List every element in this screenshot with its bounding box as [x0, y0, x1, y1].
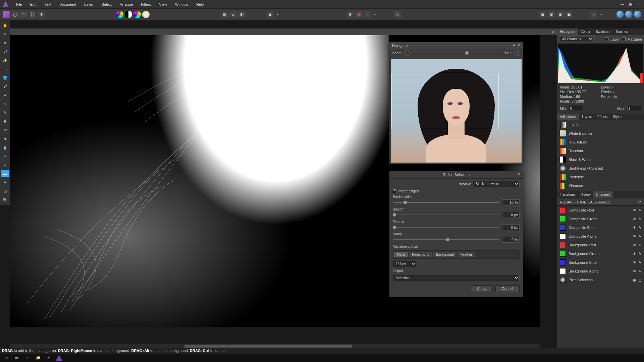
dialog-close-icon[interactable]: ✕: [517, 172, 520, 177]
snap-toggle-icon[interactable]: ⟐: [364, 11, 371, 18]
smooth-slider[interactable]: [393, 215, 499, 215]
arrange-front-icon[interactable]: ▣: [565, 11, 573, 18]
perspective-tool-icon[interactable]: ⊞: [1, 187, 9, 195]
visibility-icon[interactable]: 👁: [633, 243, 636, 247]
heal-tool-icon[interactable]: ⊕: [1, 100, 9, 108]
close-button[interactable]: ✕: [637, 2, 640, 6]
edit-icon[interactable]: ✎: [638, 208, 641, 213]
tab-layers[interactable]: Layers: [579, 114, 595, 120]
apply-button[interactable]: Apply: [471, 285, 493, 292]
menu-file[interactable]: File: [12, 1, 26, 8]
swatch-spectrum-icon[interactable]: [116, 11, 123, 18]
blur-tool-icon[interactable]: ◉: [1, 118, 9, 125]
swatch-hue-icon[interactable]: [133, 11, 141, 18]
maximize-button[interactable]: ▣: [629, 2, 632, 6]
persona-tone-icon[interactable]: ┆┆: [29, 11, 36, 18]
channel-row[interactable]: Background Alpha👁✎: [557, 267, 644, 276]
visibility-icon[interactable]: 👁: [633, 226, 636, 230]
sphere-3-icon[interactable]: [634, 11, 641, 18]
redeye-tool-icon[interactable]: 👁: [1, 126, 9, 134]
quickmask-icon[interactable]: ◼: [266, 11, 274, 18]
channel-row[interactable]: Composite Red👁✎: [557, 206, 644, 215]
cancel-button[interactable]: Cancel: [495, 285, 520, 292]
channel-row[interactable]: Background Blue👁✎: [557, 258, 644, 267]
dropdown-icon[interactable]: ▼: [276, 13, 279, 16]
brush-mode-background[interactable]: Background: [433, 252, 457, 257]
visibility-icon[interactable]: 👁: [633, 269, 636, 274]
zoom-tool-icon[interactable]: 🔍: [1, 196, 9, 203]
channel-select[interactable]: All Channels: [559, 36, 594, 42]
visibility-icon[interactable]: 👁: [633, 260, 636, 265]
feather-slider[interactable]: [393, 227, 499, 228]
tab-adjustment[interactable]: Adjustment: [557, 114, 579, 120]
panel-menu-icon[interactable]: ≡: [513, 43, 515, 48]
border-width-value[interactable]: 10 %: [502, 199, 520, 205]
edit-icon[interactable]: ✎: [638, 234, 641, 239]
link-icon[interactable]: ◻: [638, 278, 641, 282]
border-width-slider[interactable]: [393, 202, 499, 203]
tab-histogram[interactable]: Histogram: [557, 28, 578, 35]
tab-brushes[interactable]: Brushes: [613, 28, 631, 35]
tab-effects[interactable]: Effects: [595, 114, 610, 120]
adjustment-vibrance[interactable]: Vibrance: [557, 181, 644, 190]
menu-arrange[interactable]: Arrange: [116, 1, 137, 8]
tab-history[interactable]: History: [578, 191, 593, 198]
swatch-greyscale-icon[interactable]: [125, 11, 132, 18]
tab-styles[interactable]: Styles: [610, 114, 625, 120]
feather-value[interactable]: 0 px: [502, 224, 520, 230]
edge-icon[interactable]: e: [23, 355, 32, 361]
edit-icon[interactable]: ✎: [638, 226, 641, 230]
marquee-tool-icon[interactable]: ▭: [1, 65, 9, 73]
align-icon[interactable]: ≡: [590, 11, 597, 18]
sphere-1-icon[interactable]: [616, 11, 624, 18]
tab-transform[interactable]: Transform: [557, 191, 578, 198]
menu-edit[interactable]: Edit: [26, 1, 41, 8]
menu-text[interactable]: Text: [41, 1, 55, 8]
canvas[interactable]: [10, 35, 389, 327]
selection-clear-icon[interactable]: ⧄: [229, 11, 237, 18]
adjustment-levels[interactable]: Levels: [557, 120, 644, 129]
app-home-icon[interactable]: [3, 11, 10, 18]
menu-view[interactable]: View: [155, 1, 171, 8]
persona-develop-icon[interactable]: ⬚: [20, 11, 28, 18]
edit-icon[interactable]: ✎: [638, 252, 641, 256]
reload-icon[interactable]: ⟳: [638, 200, 641, 204]
pen-tool-icon[interactable]: ✒: [1, 92, 9, 99]
mesh-tool-icon[interactable]: ⬗: [1, 135, 9, 142]
selection-new-icon[interactable]: ▦: [221, 11, 228, 18]
layer-checkbox[interactable]: [605, 37, 608, 41]
arrange-forward-icon[interactable]: ▣: [556, 11, 564, 18]
tab-colour[interactable]: Colour: [578, 28, 593, 35]
brush-mode-foreground[interactable]: Foreground: [409, 252, 432, 257]
ramp-value[interactable]: 0 %: [502, 237, 520, 243]
persona-liquify-icon[interactable]: ◯: [11, 11, 19, 18]
dropdown-icon[interactable]: ▼: [600, 13, 602, 16]
visibility-icon[interactable]: 👁: [633, 234, 636, 239]
text-tool-icon[interactable]: A: [1, 179, 9, 186]
smooth-value[interactable]: 0 px: [502, 212, 520, 218]
channel-row[interactable]: Composite Alpha👁✎: [557, 232, 644, 241]
max-input[interactable]: [627, 106, 641, 111]
minimize-button[interactable]: —: [621, 2, 624, 6]
visibility-icon[interactable]: 👁: [633, 252, 636, 256]
navigator-preview[interactable]: [391, 59, 522, 163]
move-tool-icon[interactable]: ↖: [1, 31, 9, 38]
adjustment-brightness-contrast[interactable]: Brightness / Contrast: [557, 164, 644, 173]
edit-icon[interactable]: ✎: [638, 260, 641, 265]
channel-row[interactable]: Background Red👁✎: [557, 241, 644, 249]
tab-channels[interactable]: Channels: [593, 191, 613, 198]
gradient-tool-icon[interactable]: 🖍: [1, 83, 9, 90]
start-button[interactable]: ⊞: [2, 355, 10, 361]
brush-mode-feather[interactable]: Feather: [458, 252, 475, 257]
task-view-icon[interactable]: ▭: [13, 355, 21, 361]
min-input[interactable]: [569, 106, 583, 111]
menu-select[interactable]: Select: [98, 1, 116, 8]
clone-tool-icon[interactable]: ✎: [1, 109, 9, 116]
arrange-backward-icon[interactable]: ▣: [548, 11, 555, 18]
menu-window[interactable]: Window: [171, 1, 192, 8]
crop-tool-icon[interactable]: ⧉: [1, 39, 9, 47]
flood-tool-icon[interactable]: 🪣: [1, 74, 9, 81]
menu-filters[interactable]: Filters: [137, 1, 155, 8]
brush-size-select[interactable]: 161 px: [393, 261, 416, 267]
navigator-viewport[interactable]: [391, 73, 499, 129]
